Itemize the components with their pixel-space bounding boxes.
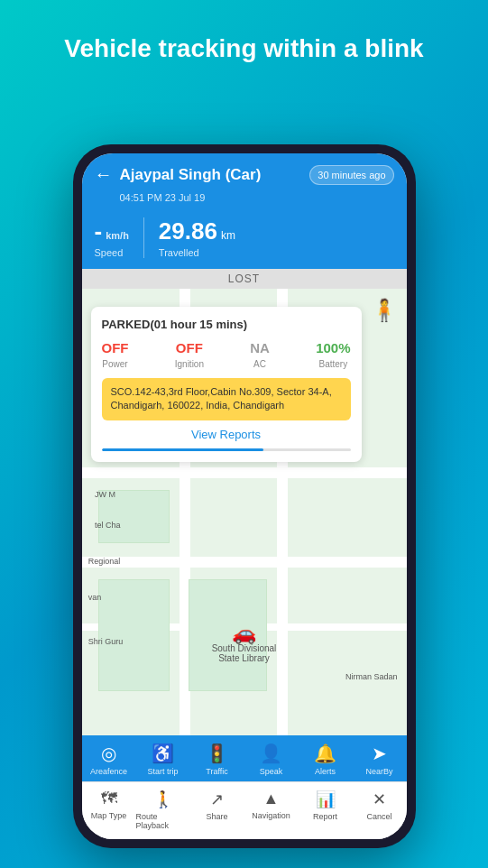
battery-label: Battery <box>318 359 347 369</box>
nav-traffic[interactable]: 🚦 Traffic <box>190 743 244 776</box>
stats-row: - km/h Speed 29.86 km Travelled <box>82 212 407 269</box>
nav-report[interactable]: 📊 Report <box>299 790 353 830</box>
distance-stat: 29.86 km Travelled <box>159 217 235 258</box>
progress-bar <box>102 448 351 451</box>
cancel-label: Cancel <box>366 812 391 821</box>
power-value: OFF <box>102 340 129 356</box>
map-label-hotel: tel Cha <box>95 521 121 530</box>
map-label-van: van <box>88 593 102 602</box>
hero-text: Vehicle tracking within a blink <box>0 0 488 83</box>
distance-label: Travelled <box>159 247 199 258</box>
status-row: OFF Power OFF Ignition NA AC 100% Batter… <box>102 340 351 369</box>
person-marker: 🧍 <box>371 298 398 323</box>
nav-cancel[interactable]: ✕ Cancel <box>353 790 407 830</box>
route-playback-icon: 🚶 <box>153 790 173 809</box>
map-label-nirman: Nirman Sadan <box>345 672 398 681</box>
power-status: OFF Power <box>102 340 129 369</box>
ignition-status: OFF Ignition <box>175 340 204 369</box>
nav-route-playback[interactable]: 🚶 Route Playback <box>136 790 190 830</box>
back-button[interactable]: ← <box>95 164 113 185</box>
speed-value: - <box>95 217 103 245</box>
ac-label: AC <box>253 359 266 369</box>
map-type-icon: 🗺 <box>101 790 117 808</box>
nav-nearby[interactable]: ➤ NearBy <box>353 743 407 776</box>
speed-label: Speed <box>95 247 124 258</box>
areafence-icon: ◎ <box>101 743 116 764</box>
share-label: Share <box>206 812 227 821</box>
speed-unit: km/h <box>106 230 129 241</box>
areafence-label: Areafence <box>90 767 127 776</box>
ac-status: NA AC <box>250 340 270 369</box>
nav-start-trip[interactable]: ♿ Start trip <box>136 743 190 776</box>
speak-label: Speak <box>260 767 283 776</box>
battery-value: 100% <box>316 340 350 356</box>
map-area[interactable]: Bank JW M tel Cha Regional van Shri Guru… <box>82 289 407 735</box>
map-block-4 <box>98 579 170 691</box>
phone-mockup: ← Ajaypal Singh (Car) 30 minutes ago 04:… <box>73 144 416 848</box>
nearby-label: NearBy <box>365 767 392 776</box>
progress-fill <box>102 448 263 451</box>
alerts-label: Alerts <box>315 767 336 776</box>
distance-unit: km <box>221 229 235 242</box>
report-icon: 📊 <box>316 790 336 809</box>
phone-screen: ← Ajaypal Singh (Car) 30 minutes ago 04:… <box>82 153 407 839</box>
time-badge: 30 minutes ago <box>309 165 393 185</box>
view-reports-button[interactable]: View Reports <box>102 428 351 441</box>
ignition-value: OFF <box>176 340 203 356</box>
road-h2 <box>82 557 407 568</box>
road-h1 <box>82 467 407 478</box>
speak-icon: 👤 <box>260 743 282 764</box>
header-title: Ajaypal Singh (Car) <box>120 166 310 184</box>
navigation-icon: ▲ <box>263 790 280 808</box>
header: ← Ajaypal Singh (Car) 30 minutes ago 04:… <box>82 153 407 212</box>
map-label-shri: Shri Guru <box>88 637 124 646</box>
report-label: Report <box>313 812 337 821</box>
speed-stat: - km/h Speed <box>95 217 129 258</box>
header-subtitle: 04:51 PM 23 Jul 19 <box>120 192 394 203</box>
bottom-nav-blue: ◎ Areafence ♿ Start trip 🚦 Traffic 👤 Spe… <box>82 735 407 781</box>
address-box: SCO.142-43,3rd Floor,Cabin No.309, Secto… <box>102 378 351 420</box>
bottom-nav-white: 🗺 Map Type 🚶 Route Playback ↗ Share ▲ Na… <box>82 781 407 839</box>
cancel-icon: ✕ <box>373 790 386 809</box>
power-label: Power <box>102 359 127 369</box>
navigation-label: Navigation <box>252 811 290 820</box>
map-label-jw: JW M <box>95 490 115 499</box>
nearby-icon: ➤ <box>372 743 387 764</box>
map-type-label: Map Type <box>91 811 126 820</box>
lost-banner: LOST <box>82 269 407 289</box>
stat-divider <box>143 217 144 258</box>
battery-status: 100% Battery <box>316 340 350 369</box>
nav-map-type[interactable]: 🗺 Map Type <box>82 790 136 830</box>
share-icon: ↗ <box>210 790 224 809</box>
traffic-icon: 🚦 <box>206 743 228 764</box>
start-trip-label: Start trip <box>147 767 178 776</box>
alerts-icon: 🔔 <box>314 743 336 764</box>
parked-text: PARKED(01 hour 15 mins) <box>102 318 351 331</box>
map-label-regional: Regional <box>88 557 121 566</box>
distance-value: 29.86 <box>159 217 217 245</box>
info-card: PARKED(01 hour 15 mins) OFF Power OFF Ig… <box>91 307 362 462</box>
nav-alerts[interactable]: 🔔 Alerts <box>299 743 353 776</box>
nav-share[interactable]: ↗ Share <box>190 790 244 830</box>
route-playback-label: Route Playback <box>136 812 190 830</box>
car-marker: 🚗 <box>232 622 256 645</box>
start-trip-icon: ♿ <box>152 743 174 764</box>
ignition-label: Ignition <box>175 359 204 369</box>
ac-value: NA <box>250 340 270 356</box>
nav-navigation[interactable]: ▲ Navigation <box>244 790 299 830</box>
traffic-label: Traffic <box>206 767 228 776</box>
nav-areafence[interactable]: ◎ Areafence <box>82 743 136 776</box>
nav-speak[interactable]: 👤 Speak <box>244 743 299 776</box>
map-label-south-library: South DivisionalState Library <box>212 643 277 663</box>
